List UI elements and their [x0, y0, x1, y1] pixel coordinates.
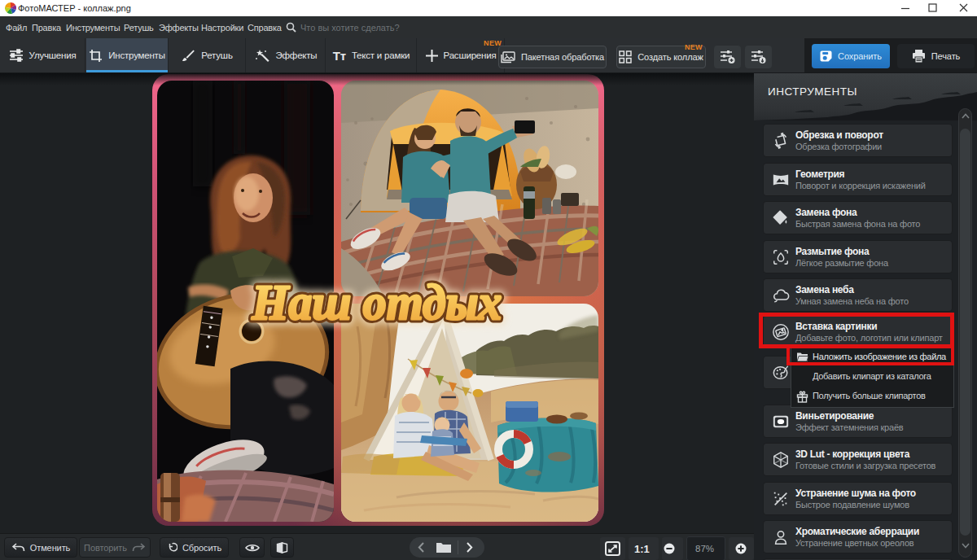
svg-text:Наш отдых: Наш отдых [252, 274, 502, 330]
